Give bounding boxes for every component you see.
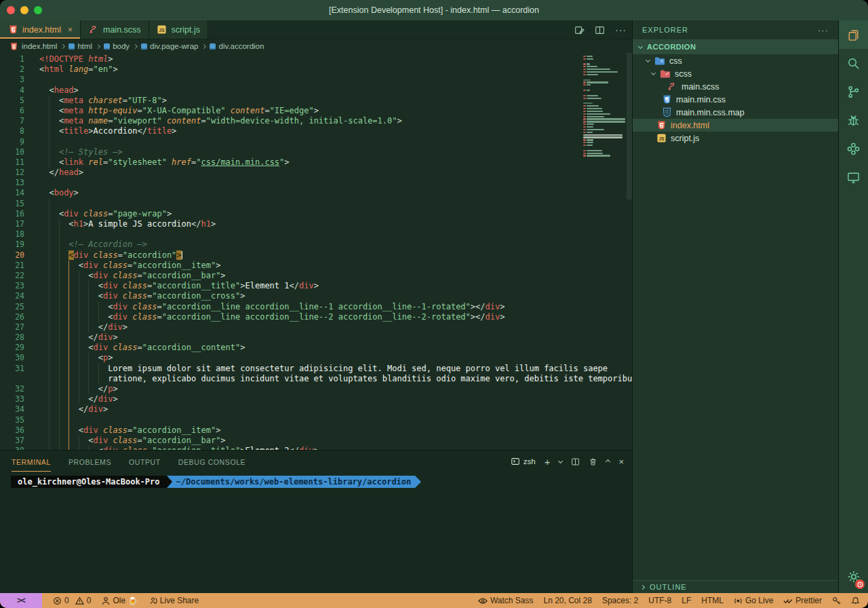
extensions-icon[interactable] <box>839 134 868 163</box>
code-line[interactable]: 29 <div class="accordion__content"> <box>0 343 632 353</box>
panel-tab-debug-console[interactable]: DEBUG CONSOLE <box>178 452 245 471</box>
kill-terminal-icon[interactable] <box>589 457 597 466</box>
encoding-status[interactable]: UTF-8 <box>648 596 671 605</box>
search-icon[interactable] <box>839 49 868 77</box>
panel-tab-output[interactable]: OUTPUT <box>129 452 161 471</box>
code-line[interactable]: 10 <!— Styles —> <box>0 147 632 157</box>
explorer-more-actions-icon[interactable]: ··· <box>818 25 829 35</box>
shell-selector[interactable]: zsh <box>511 457 536 466</box>
notifications-bell-icon[interactable] <box>851 596 860 605</box>
close-window-button[interactable] <box>7 6 15 14</box>
code-line[interactable]: 19 <!— Accordion —> <box>0 240 632 250</box>
code-line[interactable]: 7 <meta name="viewport" content="width=d… <box>0 116 632 126</box>
close-tab-icon[interactable]: × <box>68 25 73 35</box>
code-editor[interactable]: 1<!DOCTYPE html>2<html lang="en">34 <hea… <box>0 53 632 450</box>
terminal-output[interactable]: ole_kirchner@Oles-MacBook-Pro ~/Document… <box>0 472 632 488</box>
source-control-icon[interactable] <box>839 77 868 106</box>
chevron-right-icon <box>60 43 65 48</box>
code-line[interactable]: 2<html lang="en"> <box>0 64 632 75</box>
code-line[interactable]: 31 Lorem ipsum dolor sit amet consectetu… <box>0 364 632 374</box>
code-line[interactable]: 23 <div class="accordion__title">Element… <box>0 281 632 291</box>
live-preview-icon[interactable] <box>839 163 868 191</box>
outline-section[interactable]: OUTLINE <box>633 580 838 593</box>
code-line[interactable]: 35 <box>0 415 632 425</box>
code-line[interactable]: 28 </div> <box>0 332 632 343</box>
code-line[interactable]: 18 <box>0 229 632 240</box>
code-line[interactable]: 9 <box>0 137 632 147</box>
code-line[interactable]: 24 <div class="accordion__cross"> <box>0 291 632 301</box>
workspace-root-row[interactable]: ACCORDION <box>633 39 838 54</box>
code-line[interactable]: 22 <div class="accordion__bar"> <box>0 271 632 281</box>
code-line[interactable]: 4 <head> <box>0 86 632 96</box>
code-line[interactable]: ratione, explicabo ducimus incidunt vita… <box>0 374 632 384</box>
code-line[interactable]: 37 <div class="accordion__bar"> <box>0 436 632 446</box>
tree-item-index.html[interactable]: index.html <box>633 119 838 132</box>
breadcrumb-item[interactable]: html <box>68 42 92 50</box>
new-terminal-button[interactable]: + <box>545 456 551 468</box>
tree-item-main.scss[interactable]: main.scss <box>633 80 838 93</box>
code-line[interactable]: 25 <div class="accordion__line accordion… <box>0 302 632 312</box>
code-line[interactable]: 26 <div class="accordion__line accordion… <box>0 312 632 322</box>
maximize-panel-icon[interactable] <box>606 459 610 463</box>
split-editor-icon[interactable] <box>595 25 605 35</box>
code-line[interactable]: 27 </div> <box>0 322 632 332</box>
tree-item-main.min.css[interactable]: main.min.css <box>633 93 838 106</box>
split-terminal-icon[interactable] <box>571 457 580 466</box>
breadcrumb-item[interactable]: body <box>104 42 130 50</box>
key-icon[interactable] <box>832 596 841 605</box>
eol-status[interactable]: LF <box>682 596 691 605</box>
minimize-window-button[interactable] <box>20 6 28 14</box>
indentation-status[interactable]: Spaces: 2 <box>602 596 638 605</box>
code-line[interactable]: 33 </div> <box>0 394 632 404</box>
prettier-status[interactable]: Prettier <box>783 596 822 605</box>
code-line[interactable]: 6 <meta http-equiv="X-UA-Compatible" con… <box>0 106 632 116</box>
tree-item-css[interactable]: css <box>633 54 838 67</box>
code-line[interactable]: 1<!DOCTYPE html> <box>0 54 632 64</box>
code-line[interactable]: 34 </div> <box>0 404 632 415</box>
tree-item-scss[interactable]: scss <box>633 67 838 80</box>
tab-main-scss[interactable]: main.scss <box>81 20 149 39</box>
live-share-status[interactable]: Live Share <box>149 596 199 605</box>
panel-tab-problems[interactable]: PROBLEMS <box>68 452 111 471</box>
code-line[interactable]: 15 <box>0 199 632 209</box>
language-mode-status[interactable]: HTML <box>701 596 724 605</box>
breadcrumb-item-file[interactable]: index.html <box>22 42 57 50</box>
terminal-dropdown-icon[interactable] <box>558 458 563 463</box>
problems-status[interactable]: 0 0 <box>53 596 91 605</box>
code-line[interactable]: 5 <meta charset="UTF-8"> <box>0 96 632 106</box>
go-live-status[interactable]: Go Live <box>734 596 773 605</box>
close-panel-icon[interactable]: × <box>618 457 624 467</box>
minimap[interactable] <box>583 55 625 157</box>
code-line[interactable]: 32 </p> <box>0 384 632 394</box>
tree-item-main.min.css.map[interactable]: main.min.css.map <box>633 106 838 119</box>
more-actions-icon[interactable]: ··· <box>615 24 627 35</box>
panel-tab-terminal[interactable]: TERMINAL <box>12 452 51 472</box>
editor-scrollbar[interactable] <box>627 53 632 200</box>
settings-gear-icon[interactable] <box>839 562 868 592</box>
zoom-window-button[interactable] <box>34 6 42 14</box>
code-line[interactable]: 16 <div class="page-wrap"> <box>0 209 632 219</box>
remote-indicator[interactable]: >< <box>0 593 42 608</box>
profile-status[interactable]: Ole 🍺 <box>102 596 137 605</box>
tab-script-js[interactable]: JS script.js <box>149 20 208 39</box>
code-line[interactable]: 14 <body> <box>0 188 632 198</box>
breadcrumb-item[interactable]: div.page-wrap <box>141 42 198 50</box>
code-line[interactable]: 20 <div class="accordion"> <box>0 250 632 261</box>
code-line[interactable]: 36 <div class="accordion__item"> <box>0 425 632 436</box>
breadcrumb-item[interactable]: div.accordion <box>210 42 264 50</box>
code-line[interactable]: 13 <box>0 178 632 188</box>
explorer-activity-icon[interactable] <box>839 20 868 49</box>
open-preview-icon[interactable] <box>574 25 585 35</box>
debug-icon[interactable] <box>839 106 868 134</box>
tree-item-script.js[interactable]: JSscript.js <box>633 132 838 145</box>
tab-index-html[interactable]: index.html × <box>0 20 81 39</box>
code-line[interactable]: 3 <box>0 75 632 85</box>
code-line[interactable]: 21 <div class="accordion__item"> <box>0 261 632 271</box>
code-line[interactable]: 8 <title>Accordion</title> <box>0 126 632 136</box>
code-line[interactable]: 11 <link rel="stylesheet" href="css/main… <box>0 157 632 168</box>
cursor-position-status[interactable]: Ln 20, Col 28 <box>544 596 592 605</box>
code-line[interactable]: 17 <h1>A simple JS accordion</h1> <box>0 219 632 229</box>
code-line[interactable]: 12 </head> <box>0 168 632 178</box>
watch-sass-status[interactable]: Watch Sass <box>478 596 534 605</box>
code-line[interactable]: 30 <p> <box>0 353 632 363</box>
